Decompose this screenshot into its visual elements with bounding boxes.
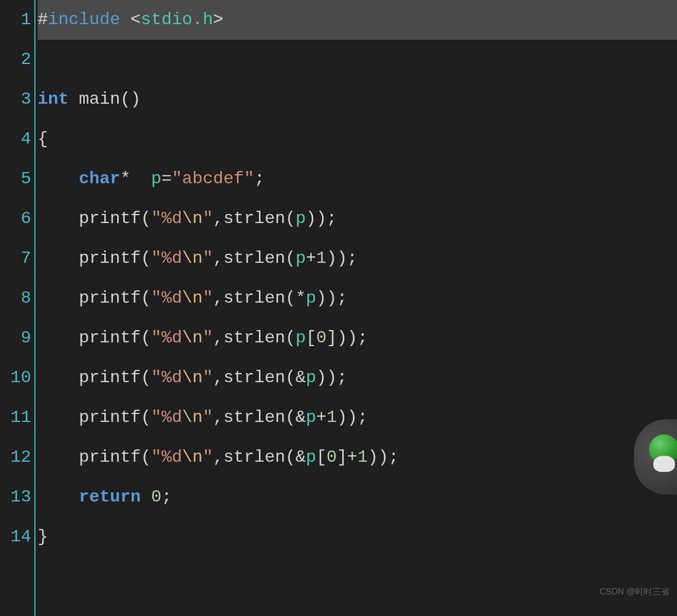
code-line[interactable]: printf("%d\n",strlen(&p+1)); [38, 398, 677, 438]
code-token: p [296, 318, 306, 358]
code-token: printf [79, 398, 141, 438]
line-number: 3 [0, 80, 31, 119]
code-line[interactable]: printf("%d\n",strlen(p)); [38, 199, 677, 239]
code-line[interactable] [38, 40, 677, 80]
code-line[interactable]: char* p="abcdef"; [38, 159, 677, 199]
line-number: 8 [0, 278, 31, 318]
code-token [38, 239, 79, 278]
code-token: "%d [151, 239, 182, 278]
code-token: " [203, 398, 213, 438]
code-token: ( [141, 358, 151, 398]
code-token: ( [141, 438, 151, 477]
code-token: strlen [224, 438, 285, 477]
code-token: " [203, 239, 213, 278]
code-token: ( [285, 318, 296, 358]
code-token: \n [182, 278, 203, 318]
code-line[interactable]: printf("%d\n",strlen(&p[0]+1)); [38, 438, 677, 477]
code-token [38, 477, 79, 517]
code-token: ( [141, 199, 151, 239]
code-token [141, 477, 151, 517]
code-token: " [203, 358, 213, 398]
code-token [120, 0, 131, 40]
code-token: " [203, 199, 213, 239]
code-token: , [213, 278, 223, 318]
line-number: 12 [0, 438, 31, 477]
code-token: , [213, 438, 223, 477]
code-editor[interactable]: 1234567891011121314 #include <stdio.h>in… [0, 0, 677, 616]
code-token: return [79, 477, 141, 517]
line-number: 7 [0, 239, 31, 278]
code-token: "abcdef" [172, 159, 255, 199]
code-token: , [213, 318, 223, 358]
code-token: int [38, 80, 69, 119]
code-token: p [296, 199, 306, 239]
line-number: 10 [0, 358, 31, 398]
code-token: [ [316, 438, 326, 477]
code-token [38, 278, 79, 318]
code-line[interactable]: return 0; [38, 477, 677, 517]
code-token: "%d [151, 318, 182, 358]
code-token: # [38, 0, 48, 40]
code-line[interactable]: printf("%d\n",strlen(*p)); [38, 278, 677, 318]
code-token: ( [141, 398, 151, 438]
code-token: < [131, 0, 141, 40]
code-line[interactable]: { [38, 119, 677, 159]
code-line[interactable]: } [38, 517, 677, 557]
code-line[interactable]: printf("%d\n",strlen(p+1)); [38, 239, 677, 278]
code-token: "%d [151, 398, 182, 438]
code-token: printf [79, 358, 141, 398]
code-token: ; [254, 159, 264, 199]
code-token: ( [285, 239, 296, 278]
line-number: 14 [0, 517, 31, 557]
code-token: p [306, 278, 316, 318]
line-number: 13 [0, 477, 31, 517]
line-number: 1 [0, 0, 31, 40]
code-token [38, 199, 79, 239]
code-token: { [38, 119, 48, 159]
line-number: 9 [0, 318, 31, 358]
code-token: strlen [224, 398, 285, 438]
code-token: printf [79, 239, 141, 278]
code-token: 1 [316, 239, 326, 278]
code-token: \n [182, 199, 203, 239]
code-token: include [48, 0, 120, 40]
code-token: main [79, 80, 120, 119]
code-token: ; [161, 477, 171, 517]
code-line[interactable]: #include <stdio.h> [38, 0, 677, 40]
code-token: } [38, 517, 48, 557]
code-token: )); [368, 438, 399, 477]
code-token [38, 159, 79, 199]
code-token: p [306, 438, 316, 477]
line-number: 5 [0, 159, 31, 199]
code-token: strlen [224, 199, 285, 239]
code-token: + [306, 239, 316, 278]
code-token: printf [79, 438, 141, 477]
code-token: )); [306, 199, 337, 239]
line-number: 11 [0, 398, 31, 438]
code-token: p [306, 358, 316, 398]
code-token: > [213, 0, 223, 40]
code-line[interactable]: printf("%d\n",strlen(&p)); [38, 358, 677, 398]
code-token: )); [327, 239, 358, 278]
code-token: " [203, 438, 213, 477]
code-content-area[interactable]: #include <stdio.h>int main(){ char* p="a… [35, 0, 677, 616]
code-token: p [151, 159, 161, 199]
code-token: ])); [327, 318, 368, 358]
code-token: ( [141, 239, 151, 278]
code-line[interactable]: int main() [38, 80, 677, 119]
code-token: ]+ [337, 438, 357, 477]
code-token: , [213, 398, 223, 438]
code-token: * [120, 159, 152, 199]
code-token: strlen [224, 318, 285, 358]
code-token: (& [285, 398, 306, 438]
code-token: char [79, 159, 120, 199]
code-token: "%d [151, 278, 182, 318]
code-token: ( [141, 278, 151, 318]
code-token: "%d [151, 199, 182, 239]
code-token: \n [182, 438, 203, 477]
line-number: 6 [0, 199, 31, 239]
code-token: 0 [151, 477, 161, 517]
code-token: "%d [151, 438, 182, 477]
code-token: 0 [327, 438, 337, 477]
code-line[interactable]: printf("%d\n",strlen(p[0])); [38, 318, 677, 358]
